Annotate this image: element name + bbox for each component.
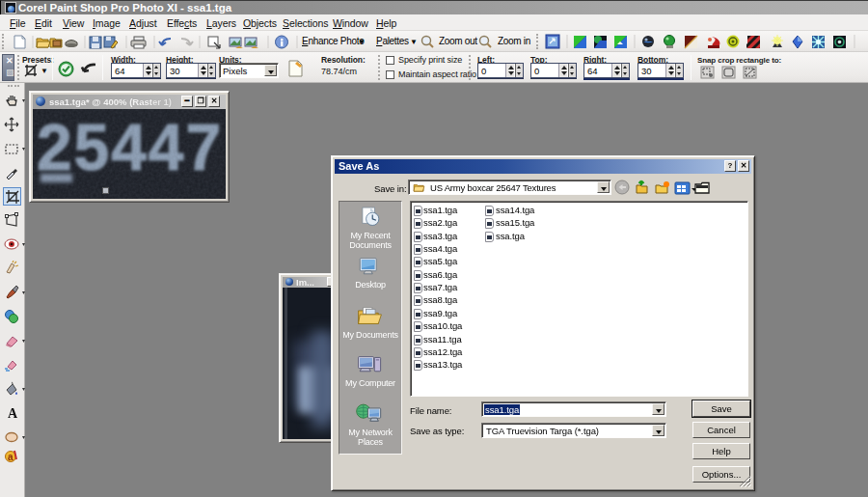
svg-text:A: A xyxy=(8,406,18,421)
svg-text:a: a xyxy=(8,452,14,462)
